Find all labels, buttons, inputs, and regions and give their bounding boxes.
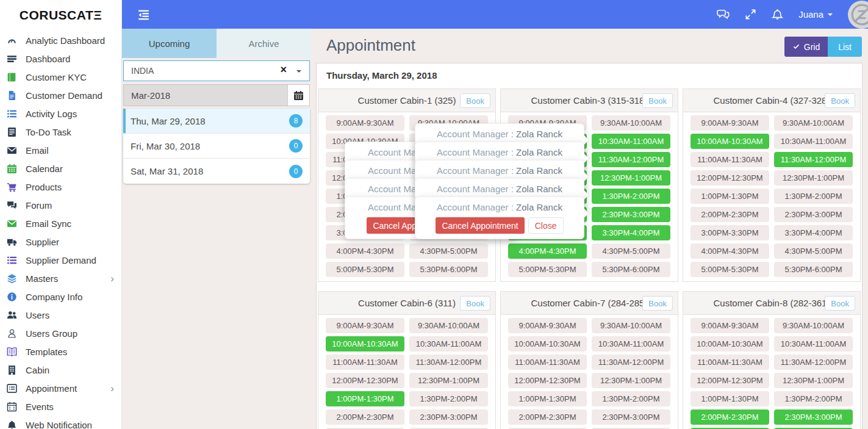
time-slot[interactable]: 9:00AM-9:30AM <box>690 318 769 333</box>
time-slot[interactable]: 10:00AM-10:30AM <box>690 336 769 351</box>
time-slot[interactable]: 2:30PM-3:00PM <box>592 409 670 425</box>
time-slot[interactable]: 4:00PM-4:30PM <box>326 243 404 259</box>
sidebar-item-users-group[interactable]: Users Group <box>0 324 121 342</box>
time-slot[interactable]: 2:30PM-3:00PM <box>774 409 853 425</box>
sidebar-item-email[interactable]: Email <box>0 141 121 159</box>
time-slot[interactable]: 1:00PM-1:30PM <box>508 391 587 406</box>
time-slot[interactable]: 9:00AM-9:30AM <box>326 115 404 131</box>
time-slot[interactable]: 5:30PM-6:00PM <box>592 262 670 277</box>
sidebar-item-users[interactable]: Users <box>0 306 121 324</box>
time-slot[interactable]: 10:30AM-11:00AM <box>774 134 853 149</box>
time-slot[interactable]: 9:00AM-9:30AM <box>326 318 404 333</box>
time-slot[interactable]: 4:30PM-5:00PM <box>409 243 488 259</box>
tab-upcoming[interactable]: Upcoming <box>122 29 217 58</box>
time-slot[interactable]: 9:30AM-10:00AM <box>409 318 488 333</box>
time-slot[interactable]: 10:30AM-11:00AM <box>592 134 670 149</box>
time-slot[interactable]: 11:30AM-12:00PM <box>592 152 670 167</box>
time-slot[interactable]: 11:00AM-11:30AM <box>690 152 769 167</box>
time-slot[interactable]: 12:30PM-1:00PM <box>409 373 488 388</box>
location-filter-input[interactable] <box>124 61 250 81</box>
chat-icon[interactable] <box>717 8 730 21</box>
time-slot[interactable]: 1:00PM-1:30PM <box>326 391 404 406</box>
clear-filter-icon[interactable]: × <box>280 63 287 76</box>
time-slot[interactable]: 2:00PM-2:30PM <box>690 207 769 222</box>
time-slot[interactable]: 9:30AM-10:00AM <box>592 115 670 131</box>
sidebar-item-customer-kyc[interactable]: Customer KYC <box>0 68 121 86</box>
time-slot[interactable]: 12:00PM-12:30PM <box>508 373 587 388</box>
cancel-appointment-button[interactable]: Cancel Appointment <box>436 217 524 234</box>
sidebar-item-calendar[interactable]: Calendar <box>0 159 121 178</box>
time-slot[interactable]: 11:00AM-11:30AM <box>508 355 587 370</box>
date-list-item[interactable]: Fri, Mar 30, 20180 <box>123 134 310 159</box>
time-slot[interactable]: 10:30AM-11:00AM <box>409 336 488 351</box>
time-slot[interactable]: 5:30PM-6:00PM <box>409 262 488 277</box>
time-slot[interactable]: 3:30PM-4:00PM <box>774 225 853 240</box>
time-slot[interactable]: 4:30PM-5:00PM <box>774 243 853 259</box>
time-slot[interactable]: 5:00PM-5:30PM <box>326 262 404 277</box>
time-slot[interactable]: 9:00AM-9:30AM <box>690 115 769 131</box>
time-slot[interactable]: 12:30PM-1:00PM <box>592 170 670 186</box>
book-button[interactable]: Book <box>460 296 490 311</box>
time-slot[interactable]: 10:00AM-10:30AM <box>690 134 769 149</box>
time-slot[interactable]: 11:30AM-12:00PM <box>592 355 670 370</box>
time-slot[interactable]: 2:00PM-2:30PM <box>508 409 587 425</box>
time-slot[interactable]: 9:30AM-10:00AM <box>592 318 670 333</box>
time-slot[interactable]: 12:00PM-12:30PM <box>326 373 404 388</box>
grid-view-button[interactable]: Grid <box>784 37 828 57</box>
time-slot[interactable]: 10:30AM-11:00AM <box>774 336 853 351</box>
sidebar-item-supplier[interactable]: Supplier <box>0 233 121 251</box>
dropdown-caret-icon[interactable] <box>296 70 301 75</box>
time-slot[interactable]: 10:00AM-10:30AM <box>508 336 587 351</box>
time-slot[interactable]: 2:30PM-3:00PM <box>409 409 488 425</box>
time-slot[interactable]: 11:00AM-11:30AM <box>326 355 404 370</box>
sidebar-item-supplier-demand[interactable]: Supplier Demand <box>0 251 121 269</box>
time-slot[interactable]: 5:00PM-5:30PM <box>690 262 769 277</box>
fullscreen-expand-icon[interactable] <box>745 9 756 20</box>
time-slot[interactable]: 12:00PM-12:30PM <box>690 170 769 186</box>
time-slot[interactable]: 4:30PM-5:00PM <box>592 243 670 259</box>
time-slot[interactable]: 9:00AM-9:30AM <box>508 318 587 333</box>
sidebar-item-email-sync[interactable]: Email Sync <box>0 214 121 233</box>
time-slot[interactable]: 2:30PM-3:00PM <box>592 207 670 222</box>
time-slot[interactable]: 12:30PM-1:00PM <box>774 170 853 186</box>
sidebar-item-activity-logs[interactable]: Activity Logs <box>0 104 121 123</box>
notifications-bell-icon[interactable] <box>772 9 783 20</box>
list-view-button[interactable]: List <box>828 37 862 57</box>
time-slot[interactable]: 2:00PM-2:30PM <box>690 409 769 425</box>
time-slot[interactable]: 12:30PM-1:00PM <box>774 373 853 388</box>
time-slot[interactable]: 1:30PM-2:00PM <box>409 391 488 406</box>
tab-archive[interactable]: Archive <box>217 29 311 58</box>
sidebar-item-forum[interactable]: Forum <box>0 196 121 214</box>
sidebar-item-analytic-dashboard[interactable]: Analytic Dashboard <box>0 31 121 49</box>
sidebar-item-masters[interactable]: Masters› <box>0 269 121 287</box>
time-slot[interactable]: 11:00AM-11:30AM <box>690 355 769 370</box>
book-button[interactable]: Book <box>825 93 855 108</box>
date-list-item[interactable]: Thu, Mar 29, 20188 <box>123 109 310 134</box>
time-slot[interactable]: 3:30PM-4:00PM <box>592 225 670 240</box>
sidebar-item-templates[interactable]: Templates <box>0 342 121 361</box>
calendar-picker-button[interactable] <box>287 85 309 106</box>
book-button[interactable]: Book <box>825 296 855 311</box>
avatar[interactable] <box>848 1 868 29</box>
time-slot[interactable]: 12:00PM-12:30PM <box>690 373 769 388</box>
time-slot[interactable]: 2:00PM-2:30PM <box>326 409 404 425</box>
time-slot[interactable]: 1:30PM-2:00PM <box>774 189 853 204</box>
time-slot[interactable]: 1:30PM-2:00PM <box>592 189 670 204</box>
time-slot[interactable]: 12:30PM-1:00PM <box>592 373 670 388</box>
time-slot[interactable]: 11:30AM-12:00PM <box>409 355 488 370</box>
book-button[interactable]: Book <box>642 296 673 311</box>
time-slot[interactable]: 1:00PM-1:30PM <box>690 189 769 204</box>
time-slot[interactable]: 1:30PM-2:00PM <box>592 391 670 406</box>
date-list-item[interactable]: Sat, Mar 31, 20180 <box>123 159 310 184</box>
time-slot[interactable]: 10:30AM-11:00AM <box>592 336 670 351</box>
sidebar-item-events[interactable]: Events <box>0 397 121 416</box>
time-slot[interactable]: 5:00PM-5:30PM <box>508 262 587 277</box>
time-slot[interactable]: 4:00PM-4:30PM <box>690 243 769 259</box>
sidebar-item-cabin[interactable]: Cabin <box>0 361 121 379</box>
sidebar-item-to-do-task[interactable]: To-Do Task <box>0 123 121 141</box>
sidebar-toggle-icon[interactable] <box>138 9 149 23</box>
time-slot[interactable]: 4:00PM-4:30PM <box>508 243 587 259</box>
time-slot[interactable]: 9:30AM-10:00AM <box>774 115 853 131</box>
time-slot[interactable]: 2:30PM-3:00PM <box>774 207 853 222</box>
sidebar-item-appointment[interactable]: Appointment› <box>0 379 121 397</box>
